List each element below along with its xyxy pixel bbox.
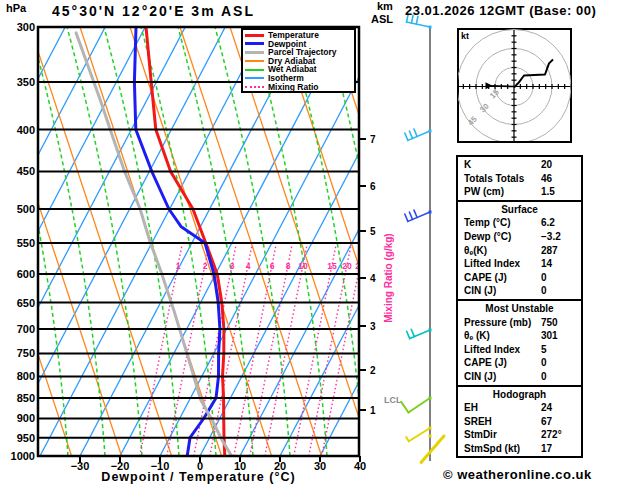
stat-value: 272° <box>541 428 581 442</box>
stat-row: StmSpd (kt)17 <box>458 442 581 456</box>
wind-barb-tick <box>401 402 408 413</box>
pressure-tick-label: 900 <box>17 412 35 424</box>
stats-section-title: Surface <box>458 203 581 217</box>
stats-section-title: Most Unstable <box>458 302 581 316</box>
legend: TemperatureDewpointParcel TrajectoryDry … <box>241 28 356 93</box>
wind-barb-tick <box>406 437 409 441</box>
pressure-tick-label: 700 <box>17 323 35 335</box>
wet-adiabat-line <box>67 27 142 456</box>
legend-swatch <box>245 34 264 37</box>
copyright-credit: © weatheronline.co.uk <box>443 467 592 482</box>
legend-swatch <box>245 69 264 71</box>
stat-value: 17 <box>541 442 581 456</box>
stat-value: 14 <box>541 257 581 271</box>
stat-row: Dewp (°C)−3.2 <box>458 230 581 244</box>
stat-row: CAPE (J)0 <box>458 356 581 370</box>
legend-swatch <box>245 86 264 88</box>
mixing-ratio-value-label: 8 <box>286 261 291 271</box>
stat-label: K <box>464 158 541 172</box>
legend-item: Mixing Ratio <box>245 83 354 92</box>
datetime-title: 23.01.2026 12GMT (Base: 00) <box>405 3 596 18</box>
stat-label: Temp (°C) <box>464 216 541 230</box>
stat-row: EH24 <box>458 401 581 415</box>
km-tick-label: 5 <box>370 226 376 237</box>
pressure-tick-label: 750 <box>17 347 35 359</box>
page-title: 45°30'N 12°20'E 3m ASL <box>52 3 255 19</box>
hodograph-unit-label: kt <box>461 31 469 41</box>
km-tick-label: 3 <box>370 321 376 332</box>
stats-section: HodographEH24SREH67StmDir272°StmSpd (kt)… <box>458 387 581 457</box>
wind-barb-tick <box>407 331 410 338</box>
pressure-tick-label: 350 <box>17 76 35 88</box>
legend-swatch <box>245 60 264 62</box>
wet-adiabat-line <box>363 27 438 456</box>
skewt-sounding-page: 1234681015202530035040045050055060065070… <box>0 0 629 486</box>
wind-barb-shaft <box>421 436 444 462</box>
wind-barb-tick <box>414 129 417 136</box>
wind-barb <box>421 435 444 463</box>
stat-row: CIN (J)0 <box>458 370 581 384</box>
wind-barb-tick <box>405 133 408 140</box>
stats-section-title: Hodograph <box>458 388 581 402</box>
stat-label: Lifted Index <box>464 257 541 271</box>
stat-row: PW (cm)1.5 <box>458 185 581 199</box>
stat-row: Lifted Index14 <box>458 257 581 271</box>
stat-label: CIN (J) <box>464 370 541 384</box>
stat-row: StmDir272° <box>458 428 581 442</box>
stat-label: StmSpd (kt) <box>464 442 541 456</box>
km-unit-label: km <box>377 0 393 12</box>
stat-row: CIN (J)0 <box>458 284 581 298</box>
pressure-tick-label: 600 <box>17 268 35 280</box>
stat-value: 6.2 <box>541 216 581 230</box>
stat-label: CIN (J) <box>464 284 541 298</box>
wind-barb-station-dot <box>429 435 432 438</box>
mixing-ratio-value-label: 4 <box>246 261 251 271</box>
dry-adiabat-line <box>0 27 72 456</box>
wind-barb-shaft <box>407 22 430 27</box>
stat-row: Pressure (mb)750 <box>458 316 581 330</box>
pressure-tick-label: 650 <box>17 297 35 309</box>
legend-swatch <box>245 51 264 54</box>
stats-panel: K20Totals Totals46PW (cm)1.5SurfaceTemp … <box>456 155 583 458</box>
wet-adiabat-line <box>30 27 105 456</box>
wind-barb <box>407 329 432 339</box>
km-tick-label: 1 <box>370 405 376 416</box>
stat-label: EH <box>464 401 541 415</box>
mixing-ratio-axis-label: Mixing Ratio (g/kg) <box>383 233 394 322</box>
stat-row: Totals Totals46 <box>458 172 581 186</box>
wind-barb <box>405 129 432 140</box>
stat-label: PW (cm) <box>464 185 541 199</box>
legend-swatch <box>245 77 264 79</box>
stat-value: 20 <box>541 158 581 172</box>
pressure-tick-label: 850 <box>17 392 35 404</box>
mixing-ratio-value-label: 6 <box>270 261 275 271</box>
stat-value: 1.5 <box>541 185 581 199</box>
stat-value: −3.2 <box>541 230 581 244</box>
stat-label: SREH <box>464 415 541 429</box>
wind-barb-shaft <box>409 428 430 441</box>
temperature-curve <box>146 27 225 456</box>
mixing-ratio-value-label: 1 <box>176 261 181 271</box>
wind-barb-tick <box>405 214 408 221</box>
stats-section: SurfaceTemp (°C)6.2Dewp (°C)−3.2θₑ(K)287… <box>458 202 581 301</box>
pressure-tick-label: 300 <box>17 21 35 33</box>
mixing-ratio-value-label: 2 <box>203 261 208 271</box>
stat-value: 287 <box>541 244 581 258</box>
stat-value: 24 <box>541 401 581 415</box>
mixing-ratio-value-label: 15 <box>327 261 337 271</box>
pressure-tick-label: 400 <box>17 124 35 136</box>
dewpoint-curve <box>134 27 220 456</box>
km-tick-label: 7 <box>370 134 376 145</box>
stat-row: CAPE (J)0 <box>458 271 581 285</box>
pressure-tick-label: 950 <box>17 432 35 444</box>
wind-barb <box>401 397 431 413</box>
stat-value: 46 <box>541 172 581 186</box>
stat-label: StmDir <box>464 428 541 442</box>
wind-barb-tick <box>409 212 412 219</box>
km-tick-label: 2 <box>370 365 376 376</box>
pressure-tick-label: 550 <box>17 237 35 249</box>
stat-label: θₑ(K) <box>464 244 541 258</box>
wind-barb-tick <box>414 210 417 217</box>
legend-swatch <box>245 42 264 45</box>
pressure-tick-label: 800 <box>17 370 35 382</box>
